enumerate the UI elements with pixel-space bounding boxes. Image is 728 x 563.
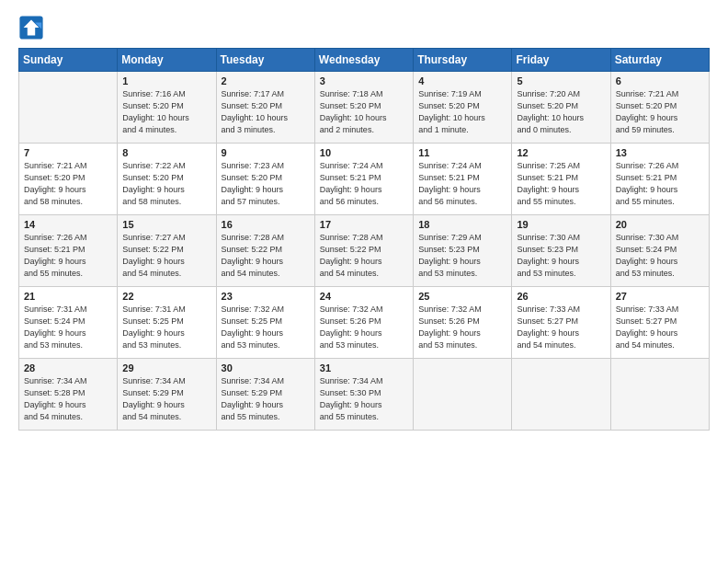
day-info: Sunrise: 7:18 AM Sunset: 5:20 PM Dayligh… <box>320 88 408 136</box>
day-info: Sunrise: 7:21 AM Sunset: 5:20 PM Dayligh… <box>616 88 704 136</box>
day-number: 14 <box>24 219 112 230</box>
day-number: 5 <box>517 75 605 86</box>
day-number: 2 <box>222 75 310 86</box>
calendar-cell: 27Sunrise: 7:33 AM Sunset: 5:27 PM Dayli… <box>610 287 709 359</box>
calendar-cell: 9Sunrise: 7:23 AM Sunset: 5:20 PM Daylig… <box>216 144 314 215</box>
day-info: Sunrise: 7:27 AM Sunset: 5:22 PM Dayligh… <box>122 232 210 280</box>
col-header-monday: Monday <box>118 49 216 72</box>
calendar-cell: 4Sunrise: 7:19 AM Sunset: 5:20 PM Daylig… <box>414 72 512 144</box>
day-info: Sunrise: 7:20 AM Sunset: 5:20 PM Dayligh… <box>517 88 605 136</box>
day-number: 29 <box>122 362 210 373</box>
day-number: 27 <box>616 291 704 302</box>
day-number: 15 <box>122 219 210 230</box>
day-number: 6 <box>616 75 704 86</box>
page: SundayMondayTuesdayWednesdayThursdayFrid… <box>0 0 728 440</box>
calendar-cell: 25Sunrise: 7:32 AM Sunset: 5:26 PM Dayli… <box>414 287 512 359</box>
calendar-cell: 6Sunrise: 7:21 AM Sunset: 5:20 PM Daylig… <box>610 72 709 144</box>
week-row-3: 21Sunrise: 7:31 AM Sunset: 5:24 PM Dayli… <box>19 287 710 359</box>
col-header-tuesday: Tuesday <box>216 49 314 72</box>
day-info: Sunrise: 7:33 AM Sunset: 5:27 PM Dayligh… <box>616 304 704 351</box>
day-info: Sunrise: 7:32 AM Sunset: 5:25 PM Dayligh… <box>222 304 310 351</box>
calendar-cell <box>610 359 709 431</box>
day-number: 30 <box>222 362 310 373</box>
calendar-cell: 2Sunrise: 7:17 AM Sunset: 5:20 PM Daylig… <box>216 72 314 144</box>
day-info: Sunrise: 7:24 AM Sunset: 5:21 PM Dayligh… <box>320 160 408 208</box>
day-info: Sunrise: 7:31 AM Sunset: 5:25 PM Dayligh… <box>122 304 210 351</box>
calendar-cell <box>512 359 610 431</box>
day-info: Sunrise: 7:23 AM Sunset: 5:20 PM Dayligh… <box>222 160 310 208</box>
calendar-cell: 26Sunrise: 7:33 AM Sunset: 5:27 PM Dayli… <box>512 287 610 359</box>
calendar-cell: 23Sunrise: 7:32 AM Sunset: 5:25 PM Dayli… <box>216 287 314 359</box>
day-info: Sunrise: 7:24 AM Sunset: 5:21 PM Dayligh… <box>418 160 506 208</box>
calendar-cell: 31Sunrise: 7:34 AM Sunset: 5:30 PM Dayli… <box>314 359 413 431</box>
day-info: Sunrise: 7:26 AM Sunset: 5:21 PM Dayligh… <box>616 160 704 208</box>
day-info: Sunrise: 7:16 AM Sunset: 5:20 PM Dayligh… <box>122 88 210 136</box>
calendar-cell: 15Sunrise: 7:27 AM Sunset: 5:22 PM Dayli… <box>118 215 216 287</box>
day-info: Sunrise: 7:34 AM Sunset: 5:29 PM Dayligh… <box>122 375 210 423</box>
calendar-cell: 7Sunrise: 7:21 AM Sunset: 5:20 PM Daylig… <box>19 144 118 215</box>
col-header-sunday: Sunday <box>19 49 118 72</box>
day-info: Sunrise: 7:26 AM Sunset: 5:21 PM Dayligh… <box>24 232 112 280</box>
day-number: 21 <box>24 291 112 302</box>
calendar-table: SundayMondayTuesdayWednesdayThursdayFrid… <box>18 48 710 431</box>
calendar-cell: 21Sunrise: 7:31 AM Sunset: 5:24 PM Dayli… <box>19 287 118 359</box>
header <box>18 15 710 40</box>
day-number: 28 <box>24 362 112 373</box>
day-number: 13 <box>616 147 704 158</box>
day-info: Sunrise: 7:34 AM Sunset: 5:28 PM Dayligh… <box>24 375 112 423</box>
day-number: 3 <box>320 75 408 86</box>
week-row-1: 7Sunrise: 7:21 AM Sunset: 5:20 PM Daylig… <box>19 144 710 215</box>
day-number: 9 <box>222 147 310 158</box>
day-number: 25 <box>418 291 506 302</box>
day-number: 17 <box>320 219 408 230</box>
day-info: Sunrise: 7:32 AM Sunset: 5:26 PM Dayligh… <box>320 304 408 351</box>
calendar-cell: 29Sunrise: 7:34 AM Sunset: 5:29 PM Dayli… <box>118 359 216 431</box>
calendar-cell: 22Sunrise: 7:31 AM Sunset: 5:25 PM Dayli… <box>118 287 216 359</box>
day-number: 26 <box>517 291 605 302</box>
calendar-cell: 17Sunrise: 7:28 AM Sunset: 5:22 PM Dayli… <box>314 215 413 287</box>
col-header-friday: Friday <box>512 49 610 72</box>
calendar-cell: 28Sunrise: 7:34 AM Sunset: 5:28 PM Dayli… <box>19 359 118 431</box>
day-number: 23 <box>222 291 310 302</box>
day-number: 19 <box>517 219 605 230</box>
day-number: 4 <box>418 75 506 86</box>
day-info: Sunrise: 7:30 AM Sunset: 5:23 PM Dayligh… <box>517 232 605 280</box>
day-number: 7 <box>24 147 112 158</box>
day-info: Sunrise: 7:28 AM Sunset: 5:22 PM Dayligh… <box>320 232 408 280</box>
day-info: Sunrise: 7:33 AM Sunset: 5:27 PM Dayligh… <box>517 304 605 351</box>
day-number: 31 <box>320 362 408 373</box>
calendar-body: 1Sunrise: 7:16 AM Sunset: 5:20 PM Daylig… <box>19 72 710 431</box>
day-info: Sunrise: 7:22 AM Sunset: 5:20 PM Dayligh… <box>122 160 210 208</box>
calendar-header-row: SundayMondayTuesdayWednesdayThursdayFrid… <box>19 49 710 72</box>
calendar-cell: 19Sunrise: 7:30 AM Sunset: 5:23 PM Dayli… <box>512 215 610 287</box>
week-row-2: 14Sunrise: 7:26 AM Sunset: 5:21 PM Dayli… <box>19 215 710 287</box>
day-info: Sunrise: 7:17 AM Sunset: 5:20 PM Dayligh… <box>222 88 310 136</box>
calendar-cell: 20Sunrise: 7:30 AM Sunset: 5:24 PM Dayli… <box>610 215 709 287</box>
day-info: Sunrise: 7:29 AM Sunset: 5:23 PM Dayligh… <box>418 232 506 280</box>
day-info: Sunrise: 7:28 AM Sunset: 5:22 PM Dayligh… <box>222 232 310 280</box>
day-number: 12 <box>517 147 605 158</box>
calendar-cell <box>19 72 118 144</box>
calendar-cell: 5Sunrise: 7:20 AM Sunset: 5:20 PM Daylig… <box>512 72 610 144</box>
col-header-thursday: Thursday <box>414 49 512 72</box>
day-info: Sunrise: 7:32 AM Sunset: 5:26 PM Dayligh… <box>418 304 506 351</box>
calendar-cell: 16Sunrise: 7:28 AM Sunset: 5:22 PM Dayli… <box>216 215 314 287</box>
calendar-cell: 3Sunrise: 7:18 AM Sunset: 5:20 PM Daylig… <box>314 72 413 144</box>
day-info: Sunrise: 7:30 AM Sunset: 5:24 PM Dayligh… <box>616 232 704 280</box>
day-number: 8 <box>122 147 210 158</box>
week-row-4: 28Sunrise: 7:34 AM Sunset: 5:28 PM Dayli… <box>19 359 710 431</box>
calendar-cell: 13Sunrise: 7:26 AM Sunset: 5:21 PM Dayli… <box>610 144 709 215</box>
day-number: 20 <box>616 219 704 230</box>
logo <box>18 15 46 40</box>
calendar-cell: 18Sunrise: 7:29 AM Sunset: 5:23 PM Dayli… <box>414 215 512 287</box>
day-number: 18 <box>418 219 506 230</box>
week-row-0: 1Sunrise: 7:16 AM Sunset: 5:20 PM Daylig… <box>19 72 710 144</box>
day-info: Sunrise: 7:19 AM Sunset: 5:20 PM Dayligh… <box>418 88 506 136</box>
calendar-cell: 12Sunrise: 7:25 AM Sunset: 5:21 PM Dayli… <box>512 144 610 215</box>
calendar-cell: 30Sunrise: 7:34 AM Sunset: 5:29 PM Dayli… <box>216 359 314 431</box>
day-number: 24 <box>320 291 408 302</box>
day-number: 11 <box>418 147 506 158</box>
calendar-cell: 8Sunrise: 7:22 AM Sunset: 5:20 PM Daylig… <box>118 144 216 215</box>
day-number: 22 <box>122 291 210 302</box>
calendar-cell <box>414 359 512 431</box>
